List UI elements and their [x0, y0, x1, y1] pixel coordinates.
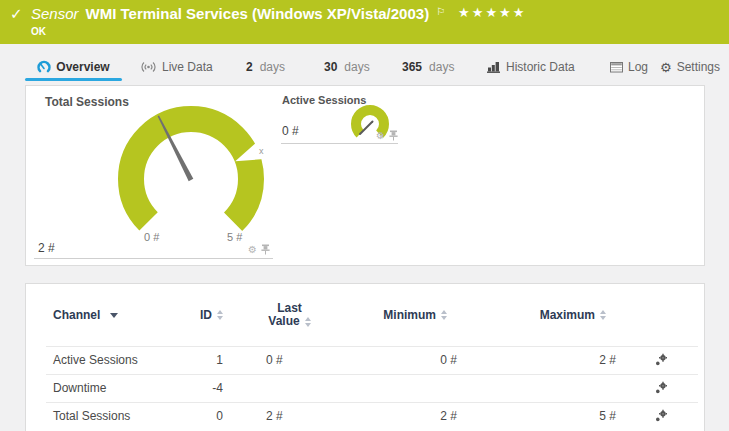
channel-settings-icon[interactable]	[654, 409, 668, 423]
priority-stars[interactable]: ★★★★★	[458, 5, 526, 20]
priority-flag-icon[interactable]: ⚐	[436, 6, 445, 17]
minimum-header-label: Minimum	[383, 308, 436, 322]
gauge-marker-x: x	[259, 146, 264, 156]
total-gauge-settings-icon[interactable]: ⚙	[248, 245, 257, 255]
tab-30-days-number: 30	[324, 60, 337, 74]
tab-365-days-unit: days	[429, 60, 454, 74]
tab-historic-data[interactable]: Historic Data	[487, 55, 575, 79]
status-check-icon: ✓	[10, 5, 23, 23]
last-value-header-line2: Value	[268, 315, 299, 328]
channel-name: Downtime	[53, 381, 106, 395]
live-data-icon	[140, 60, 157, 74]
maximum-header-label: Maximum	[540, 308, 595, 322]
channel-name: Total Sessions	[53, 409, 130, 423]
total-gauge-max-label: 5 #	[227, 231, 242, 243]
tab-2-days-unit: days	[260, 60, 285, 74]
active-sessions-current-value: 0 #	[282, 124, 299, 138]
channels-table-panel: Channel ID Last Value Minimum Maximum Ac…	[25, 283, 705, 431]
sort-arrows-icon	[600, 310, 606, 320]
column-header-minimum[interactable]: Minimum	[326, 308, 459, 322]
settings-gear-icon: ⚙	[660, 61, 672, 74]
total-sessions-gauge	[111, 96, 321, 256]
tab-30-days-unit: days	[344, 60, 369, 74]
active-gauge-settings-icon[interactable]: ⚙	[376, 131, 385, 141]
channel-last-value: 0 #	[223, 353, 326, 367]
tab-365-days-number: 365	[402, 60, 422, 74]
table-row: Total Sessions 0 2 # 2 # 5 #	[26, 402, 704, 430]
channel-name: Active Sessions	[53, 353, 138, 367]
channel-id: 1	[216, 353, 223, 367]
tab-historic-data-label: Historic Data	[506, 60, 575, 74]
channel-maximum: 5 #	[459, 409, 618, 423]
object-kind-label: Sensor	[31, 5, 79, 22]
channel-id: 0	[216, 409, 223, 423]
total-gauge-underline	[34, 258, 273, 259]
sort-arrows-icon	[441, 310, 447, 320]
tab-2-days-number: 2	[246, 60, 253, 74]
sorted-desc-icon	[110, 313, 118, 318]
table-row: Downtime -4	[26, 374, 704, 402]
channel-header-label: Channel	[53, 308, 100, 322]
column-header-channel[interactable]: Channel	[26, 308, 196, 322]
channel-settings-icon[interactable]	[654, 353, 668, 367]
channel-id: -4	[212, 381, 223, 395]
tab-30-days[interactable]: 30 days	[324, 55, 370, 79]
column-header-id[interactable]: ID	[196, 308, 223, 322]
tab-live-data[interactable]: Live Data	[140, 55, 213, 79]
tab-365-days[interactable]: 365 days	[402, 55, 454, 79]
tab-overview[interactable]: Overview	[25, 55, 122, 79]
log-list-icon	[610, 62, 623, 73]
total-sessions-current-value: 2 #	[38, 241, 55, 255]
sensor-header: ✓ Sensor WMI Terminal Services (Windows …	[0, 0, 729, 44]
table-header-row: Channel ID Last Value Minimum Maximum	[26, 284, 704, 346]
gauges-panel: Total Sessions 0 # 5 # x 2 # ⚙ Active Se…	[25, 85, 705, 266]
tab-settings[interactable]: ⚙ Settings	[660, 55, 720, 79]
id-header-label: ID	[200, 308, 212, 322]
tab-overview-label: Overview	[56, 60, 109, 74]
channel-last-value: 2 #	[223, 409, 326, 423]
gauge-icon	[37, 60, 51, 74]
column-header-last-value[interactable]: Last Value	[223, 302, 326, 328]
column-header-maximum[interactable]: Maximum	[459, 308, 618, 322]
active-gauge-underline	[281, 143, 398, 144]
status-badge: OK	[31, 26, 46, 37]
tab-log-label: Log	[628, 60, 648, 74]
channel-maximum: 2 #	[459, 353, 618, 367]
table-row: Active Sessions 1 0 # 0 # 2 #	[26, 346, 704, 374]
total-gauge-min-label: 0 #	[144, 231, 159, 243]
tab-live-data-label: Live Data	[162, 60, 213, 74]
bar-chart-icon	[487, 61, 501, 73]
active-gauge-pin-icon[interactable]	[389, 130, 398, 141]
channel-minimum: 0 #	[326, 353, 459, 367]
channel-settings-icon[interactable]	[654, 381, 668, 395]
tab-2-days[interactable]: 2 days	[246, 55, 285, 79]
tab-log[interactable]: Log	[610, 55, 648, 79]
total-gauge-pin-icon[interactable]	[261, 244, 270, 255]
sort-arrows-icon	[305, 317, 311, 327]
sensor-title: WMI Terminal Services (Windows XP/Vista/…	[86, 5, 430, 22]
mini-gauge-needle	[360, 122, 373, 135]
active-tab-underline	[25, 78, 122, 81]
channel-minimum: 2 #	[326, 409, 459, 423]
tab-settings-label: Settings	[677, 60, 720, 74]
